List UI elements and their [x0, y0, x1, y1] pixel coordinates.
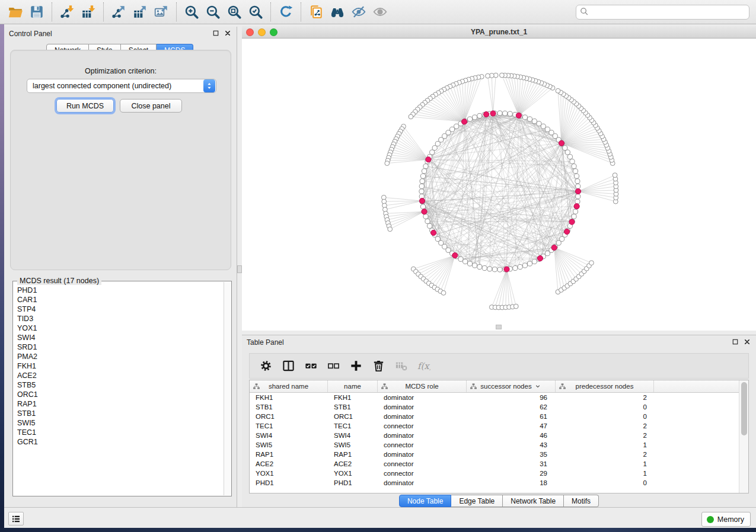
toolbar-separator	[301, 2, 301, 21]
table-settings-icon[interactable]	[256, 355, 276, 377]
minimize-window-icon[interactable]	[258, 28, 266, 36]
mcds-result-node[interactable]: TEC1	[17, 428, 223, 437]
mcds-result-node[interactable]: FKH1	[17, 361, 223, 371]
cell: SWI4	[250, 432, 328, 439]
delete-column-icon[interactable]	[368, 355, 388, 377]
zoom-out-icon[interactable]	[202, 2, 224, 22]
deselect-all-rows-icon[interactable]	[323, 355, 343, 377]
vertical-splitter-handle[interactable]	[237, 265, 242, 273]
column-header-name[interactable]: name	[328, 380, 378, 392]
table-scrollbar-thumb[interactable]	[741, 382, 747, 435]
table-row[interactable]: YOX1YOX1connector291	[250, 469, 739, 478]
select-all-rows-icon[interactable]	[301, 355, 321, 377]
network-graph[interactable]	[242, 39, 756, 331]
mcds-result-node[interactable]: TID3	[17, 314, 223, 323]
clone-network-icon[interactable]	[305, 2, 327, 22]
open-folder-icon[interactable]	[5, 2, 26, 22]
run-mcds-button[interactable]: Run MCDS	[56, 99, 114, 113]
mcds-result-title: MCDS result (17 nodes)	[17, 277, 101, 285]
column-header-successor-nodes[interactable]: successor nodes	[467, 380, 556, 392]
mcds-result-node[interactable]: RAP1	[17, 399, 223, 409]
mcds-result-group: MCDS result (17 nodes) PHD1CAR1STP4TID3Y…	[12, 277, 232, 496]
show-all-icon[interactable]	[369, 2, 391, 22]
sort-desc-icon	[534, 383, 541, 390]
mcds-result-list[interactable]: PHD1CAR1STP4TID3YOX1SWI4SRD1PMA2FKH1ACE2…	[13, 282, 223, 495]
tab-node-table[interactable]: Node Table	[399, 495, 452, 507]
mcds-result-node[interactable]: YOX1	[17, 323, 223, 333]
export-table-icon[interactable]	[129, 2, 151, 22]
close-panel-button[interactable]: Close panel	[120, 99, 182, 113]
cell: 0	[556, 403, 654, 411]
cell: connector	[378, 460, 467, 467]
cell: 35	[467, 451, 556, 458]
cell: 29	[467, 470, 556, 477]
network-canvas[interactable]	[242, 39, 756, 331]
float-icon[interactable]	[212, 30, 220, 38]
zoom-in-icon[interactable]	[181, 2, 202, 22]
network-window-title: YPA_prune.txt_1	[242, 28, 756, 36]
search-network-icon[interactable]	[327, 2, 348, 22]
column-type-icon	[559, 383, 566, 390]
table-scrollbar[interactable]	[739, 380, 748, 493]
mcds-result-node[interactable]: STP4	[17, 305, 223, 314]
mcds-result-node[interactable]: SWI4	[17, 333, 223, 342]
close-window-icon[interactable]	[246, 28, 254, 36]
float-icon[interactable]	[731, 338, 739, 347]
hide-selected-icon[interactable]	[348, 2, 369, 22]
cell: dominator	[378, 394, 467, 401]
mcds-result-node[interactable]: PHD1	[17, 286, 223, 295]
memory-status-dot	[707, 516, 714, 523]
close-icon[interactable]	[224, 30, 232, 38]
column-header-MCDS-role[interactable]: MCDS role	[378, 380, 467, 392]
table-row[interactable]: SWI4SWI4dominator462	[250, 431, 739, 440]
table-row[interactable]: RAP1RAP1dominator352	[250, 450, 739, 459]
table-row[interactable]: PHD1PHD1dominator180	[250, 478, 739, 488]
cell: FKH1	[328, 394, 378, 401]
mcds-result-node[interactable]: GCR1	[17, 437, 223, 447]
table-row[interactable]: ACE2ACE2connector311	[250, 459, 739, 469]
zoom-fit-icon[interactable]	[224, 2, 245, 22]
save-session-icon[interactable]	[26, 2, 47, 22]
network-search-input[interactable]	[589, 6, 749, 18]
toolbar-separator	[270, 2, 271, 21]
export-image-icon[interactable]	[151, 2, 172, 22]
mcds-result-node[interactable]: STB1	[17, 409, 223, 418]
import-table-icon[interactable]	[78, 2, 99, 22]
table-row[interactable]: STB1STB1dominator620	[250, 402, 739, 412]
network-splitter-handle[interactable]	[496, 325, 502, 329]
cell: ACE2	[328, 460, 378, 467]
tab-edge-table[interactable]: Edge Table	[451, 495, 503, 507]
tab-motifs[interactable]: Motifs	[564, 495, 599, 507]
mcds-result-node[interactable]: PMA2	[17, 352, 223, 361]
cell: dominator	[378, 432, 467, 439]
refresh-layout-icon[interactable]	[275, 2, 296, 22]
memory-button[interactable]: Memory	[701, 512, 751, 527]
table-row[interactable]: ORC1ORC1dominator610	[250, 412, 739, 421]
zoom-window-icon[interactable]	[270, 28, 277, 36]
cell: 31	[467, 460, 556, 467]
mcds-result-node[interactable]: ORC1	[17, 390, 223, 399]
table-row[interactable]: FKH1FKH1dominator962	[250, 393, 739, 402]
column-visibility-icon[interactable]	[278, 355, 298, 377]
mcds-result-node[interactable]: SRD1	[17, 342, 223, 352]
import-network-icon[interactable]	[56, 2, 78, 22]
tab-network-table[interactable]: Network Table	[503, 495, 564, 507]
mcds-result-node[interactable]: SWI5	[17, 418, 223, 428]
table-row[interactable]: SWI5SWI5connector431	[250, 440, 739, 450]
criterion-select[interactable]: largest connected component (undirected)	[27, 79, 216, 93]
column-header-shared-name[interactable]: shared name	[250, 380, 328, 392]
mcds-result-scrollbar[interactable]	[224, 282, 231, 495]
zoom-selected-icon[interactable]	[245, 2, 266, 22]
mcds-result-node[interactable]: ACE2	[17, 371, 223, 380]
mcds-result-node[interactable]: STB5	[17, 380, 223, 390]
mcds-result-node[interactable]: CAR1	[17, 295, 223, 305]
column-label: successor nodes	[480, 383, 531, 390]
add-column-icon[interactable]	[346, 355, 366, 377]
cell: STB1	[328, 403, 378, 411]
table-row[interactable]: TEC1TEC1connector472	[250, 421, 739, 431]
export-network-icon[interactable]	[108, 2, 129, 22]
column-header-predecessor-nodes[interactable]: predecessor nodes	[556, 380, 654, 392]
task-list-icon[interactable]	[8, 512, 24, 525]
close-icon[interactable]	[743, 338, 751, 347]
table-toolbar: f(x)	[249, 353, 749, 379]
